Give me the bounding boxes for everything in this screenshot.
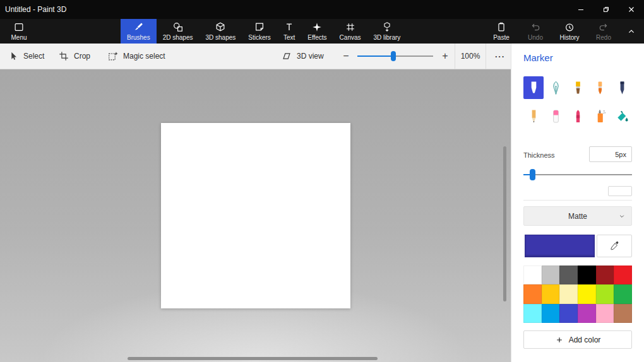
select-label: Select <box>23 52 44 61</box>
brush-tools-grid <box>523 76 632 127</box>
finish-dropdown[interactable]: Matte <box>523 206 632 226</box>
tab-label: Brushes <box>127 34 150 41</box>
color-swatch[interactable] <box>542 284 560 303</box>
more-options-button[interactable]: ··· <box>491 44 509 69</box>
tool-fill[interactable] <box>612 105 632 127</box>
ribbon: Menu Brushes 2D shapes 3D shapes Sticker… <box>0 19 644 44</box>
magic-select-icon <box>107 50 119 62</box>
horizontal-scrollbar[interactable] <box>128 357 378 360</box>
opacity-input-partial[interactable] <box>608 186 632 196</box>
thickness-slider-handle[interactable] <box>530 169 535 180</box>
library-cube-icon <box>381 21 393 33</box>
tool-crayon[interactable] <box>568 105 588 127</box>
color-swatch[interactable] <box>614 266 632 284</box>
tool-spray-can[interactable] <box>590 105 610 127</box>
paste-button[interactable]: Paste <box>489 19 514 44</box>
close-icon <box>628 6 635 13</box>
color-swatch[interactable] <box>596 284 614 303</box>
crop-tool[interactable]: Crop <box>58 44 90 69</box>
crop-icon <box>58 50 69 62</box>
menu-icon <box>13 21 25 33</box>
tool-pixel-pen[interactable] <box>612 76 632 99</box>
color-swatch[interactable] <box>614 284 632 303</box>
color-swatch[interactable] <box>578 284 596 303</box>
tab-3d-shapes[interactable]: 3D shapes <box>200 19 242 44</box>
brush-icon <box>133 21 144 33</box>
action-label: History <box>559 34 579 41</box>
color-swatch[interactable] <box>596 304 614 323</box>
sticker-icon <box>254 21 265 33</box>
thickness-label: Thickness <box>523 151 555 159</box>
thickness-slider[interactable] <box>523 169 632 180</box>
zoom-value[interactable]: 100% <box>455 44 486 69</box>
fill-bucket-icon <box>616 108 629 124</box>
restore-icon <box>603 6 609 13</box>
tab-2d-shapes[interactable]: 2D shapes <box>157 19 200 44</box>
tool-marker[interactable] <box>523 76 544 99</box>
tab-label: 3D shapes <box>206 34 236 41</box>
calligraphy-pen-icon <box>549 80 563 96</box>
tool-watercolor[interactable] <box>590 76 610 99</box>
tab-text[interactable]: Text <box>277 19 301 44</box>
magic-select-tool[interactable]: Magic select <box>107 44 165 69</box>
redo-button[interactable]: Redo <box>591 19 616 44</box>
tab-label: 3D library <box>374 34 401 41</box>
current-color-swatch[interactable] <box>525 235 595 257</box>
close-button[interactable] <box>619 0 644 19</box>
tool-oil-brush[interactable] <box>568 76 588 99</box>
finish-value: Matte <box>568 212 587 221</box>
panel-title: Marker <box>523 52 553 63</box>
menu-label: Menu <box>11 34 27 41</box>
minimize-button[interactable] <box>568 0 593 19</box>
color-swatch[interactable] <box>542 304 560 323</box>
3d-view-label: 3D view <box>297 52 324 61</box>
tab-effects[interactable]: Effects <box>301 19 333 44</box>
titlebar: Untitled - Paint 3D <box>0 0 644 19</box>
eyedropper-button[interactable] <box>597 235 632 257</box>
zoom-out-button[interactable]: − <box>338 44 354 69</box>
tab-3d-library[interactable]: 3D library <box>367 19 407 44</box>
color-swatch[interactable] <box>559 266 578 284</box>
oil-brush-icon <box>571 80 585 96</box>
tool-calligraphy-pen[interactable] <box>546 76 566 99</box>
color-swatch[interactable] <box>542 266 560 284</box>
zoom-in-button[interactable]: + <box>437 44 453 69</box>
collapse-ribbon-button[interactable] <box>621 19 641 44</box>
workspace <box>0 69 511 362</box>
color-swatch[interactable] <box>578 266 596 284</box>
color-swatch[interactable] <box>596 266 614 284</box>
magic-select-label: Magic select <box>123 52 165 61</box>
3d-view-button[interactable]: 3D view <box>281 44 324 69</box>
color-swatch[interactable] <box>614 304 632 323</box>
color-swatch[interactable] <box>559 284 578 303</box>
undo-button[interactable]: Undo <box>523 19 548 44</box>
tool-pencil[interactable] <box>523 105 544 127</box>
3d-view-icon <box>281 50 292 62</box>
tab-brushes[interactable]: Brushes <box>121 19 157 44</box>
color-swatch[interactable] <box>523 284 542 303</box>
thickness-input[interactable]: 5px <box>589 146 632 162</box>
tab-stickers[interactable]: Stickers <box>242 19 277 44</box>
separator <box>523 200 632 201</box>
history-button[interactable]: History <box>557 19 582 44</box>
color-swatch[interactable] <box>523 266 542 284</box>
color-swatch[interactable] <box>578 304 596 323</box>
watercolor-icon <box>593 80 607 96</box>
chevron-down-icon <box>617 212 626 221</box>
tool-eraser[interactable] <box>546 105 566 127</box>
zoom-slider-handle[interactable] <box>391 51 396 61</box>
select-tool[interactable]: Select <box>8 44 44 69</box>
ribbon-actions: Paste Undo History Redo <box>489 19 616 44</box>
tab-canvas[interactable]: Canvas <box>333 19 367 44</box>
menu-button[interactable]: Menu <box>5 19 33 44</box>
minus-icon: − <box>343 50 349 62</box>
add-color-button[interactable]: Add color <box>523 330 632 349</box>
vertical-scrollbar[interactable] <box>503 146 506 301</box>
color-swatch[interactable] <box>523 304 542 323</box>
zoom-slider[interactable] <box>357 44 433 69</box>
drawing-canvas[interactable] <box>161 123 350 308</box>
color-swatch[interactable] <box>559 304 578 323</box>
undo-icon <box>530 21 541 33</box>
eyedropper-icon <box>609 240 620 252</box>
restore-button[interactable] <box>593 0 619 19</box>
